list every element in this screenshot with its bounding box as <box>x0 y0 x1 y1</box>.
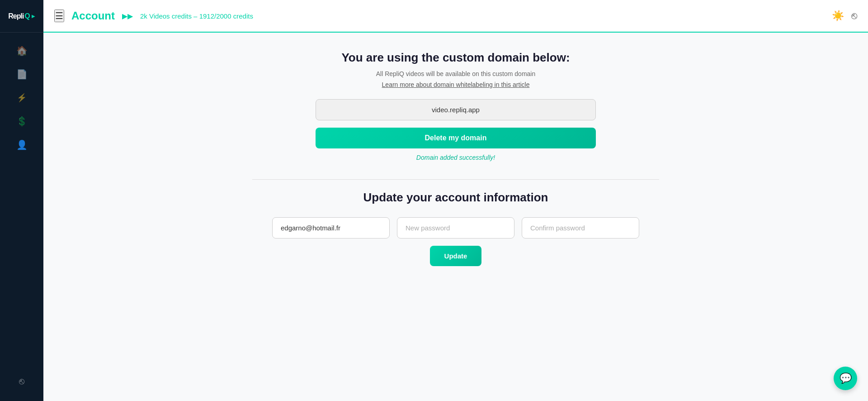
header: ☰ Account ▶▶ 2k Videos credits – 1912/20… <box>43 0 868 33</box>
content-area: You are using the custom domain below: A… <box>43 33 868 401</box>
sidebar-bottom: ⎋ <box>8 370 35 401</box>
sidebar-item-pricing[interactable]: 💲 <box>8 110 35 132</box>
credits-display: 2k Videos credits – 1912/2000 credits <box>140 12 253 20</box>
domain-subtitle: All RepliQ videos will be available on t… <box>252 70 659 77</box>
breadcrumb-arrow: ▶▶ <box>122 12 133 20</box>
domain-section-title: You are using the custom domain below: <box>252 51 659 65</box>
sidebar-item-sequences[interactable]: ⚡ <box>8 87 35 109</box>
sidebar-item-videos[interactable]: 📄 <box>8 63 35 85</box>
logo-text-repli: Repli <box>8 12 24 20</box>
domain-input[interactable] <box>316 99 596 120</box>
hamburger-icon: ☰ <box>55 11 63 21</box>
sidebar-nav: 🏠 📄 ⚡ 💲 👤 <box>0 33 43 370</box>
sequences-icon: ⚡ <box>17 93 27 103</box>
account-icon: 👤 <box>16 139 28 150</box>
chat-icon: 💬 <box>840 372 852 384</box>
main-area: ☰ Account ▶▶ 2k Videos credits – 1912/20… <box>43 0 868 401</box>
logo-play-icon: ▶ <box>32 14 35 19</box>
account-section-title: Update your account information <box>252 191 659 205</box>
pricing-icon: 💲 <box>16 116 28 127</box>
sidebar: RepliQ ▶ 🏠 📄 ⚡ 💲 👤 ⎋ <box>0 0 43 401</box>
sidebar-logo[interactable]: RepliQ ▶ <box>0 0 43 33</box>
update-button[interactable]: Update <box>430 246 482 266</box>
chat-bubble-button[interactable]: 💬 <box>834 367 857 390</box>
new-password-field[interactable] <box>397 217 514 239</box>
header-actions: ☀️ ⎋ <box>832 10 857 22</box>
menu-button[interactable]: ☰ <box>54 10 64 22</box>
domain-input-wrapper <box>316 99 596 120</box>
account-form: Update <box>252 217 659 266</box>
update-button-label: Update <box>444 252 467 260</box>
page-title: Account <box>71 10 115 22</box>
theme-toggle-button[interactable]: ☀️ <box>832 10 844 22</box>
delete-domain-button[interactable]: Delete my domain <box>316 128 596 148</box>
sidebar-item-logout[interactable]: ⎋ <box>8 370 35 392</box>
content-inner: You are using the custom domain below: A… <box>252 51 659 266</box>
header-logout-icon: ⎋ <box>851 10 857 21</box>
email-field[interactable] <box>272 217 390 239</box>
confirm-password-field[interactable] <box>522 217 639 239</box>
logout-sidebar-icon: ⎋ <box>19 376 24 387</box>
home-icon: 🏠 <box>16 45 28 56</box>
header-logout-button[interactable]: ⎋ <box>851 10 857 22</box>
domain-success-message: Domain added successfully! <box>252 154 659 161</box>
logo-text-q: Q <box>24 12 30 20</box>
videos-icon: 📄 <box>16 69 28 80</box>
delete-domain-label: Delete my domain <box>425 134 487 142</box>
sidebar-item-home[interactable]: 🏠 <box>8 40 35 62</box>
theme-icon: ☀️ <box>832 10 844 21</box>
section-divider <box>252 179 659 180</box>
sidebar-item-account[interactable]: 👤 <box>8 134 35 156</box>
domain-learn-more-link[interactable]: Learn more about domain whitelabeling in… <box>252 81 659 88</box>
